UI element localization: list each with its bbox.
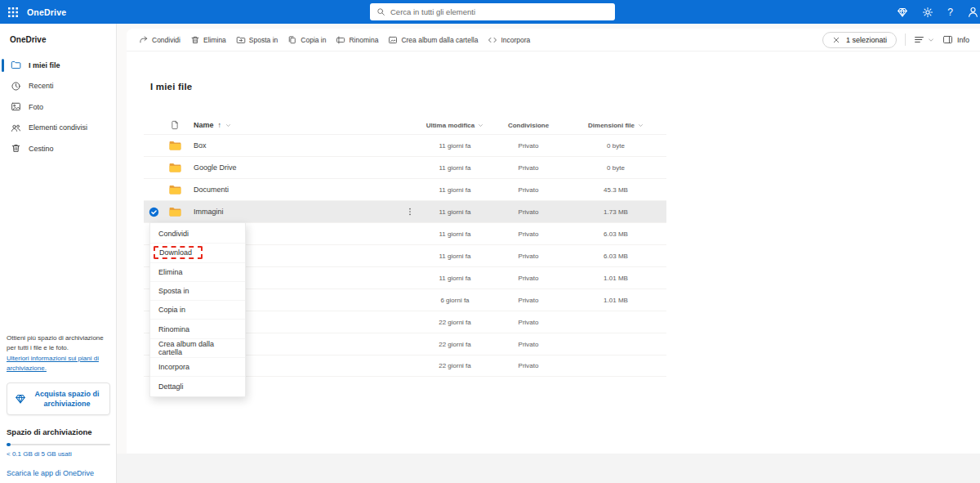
file-modified: 11 giorni fa bbox=[418, 164, 492, 172]
search-box[interactable] bbox=[370, 3, 615, 20]
file-size: 1.73 MB bbox=[565, 208, 666, 216]
selection-count: 1 selezionati bbox=[846, 36, 887, 44]
context-menu-item-crea-album-dalla-cartella[interactable]: Crea album dalla cartella bbox=[150, 338, 245, 357]
context-menu-item-label: Incorpora bbox=[158, 363, 189, 371]
file-sharing: Privato bbox=[492, 362, 565, 369]
selected-check-icon[interactable] bbox=[149, 141, 159, 151]
sidebar-item-cestino[interactable]: Cestino bbox=[0, 138, 116, 159]
more-actions-icon[interactable] bbox=[405, 361, 415, 371]
column-header-modified[interactable]: Ultima modifica bbox=[418, 122, 492, 129]
close-icon[interactable] bbox=[832, 36, 840, 44]
context-menu-item-label: Rinomina bbox=[158, 325, 189, 333]
column-header-name[interactable]: Name ↑ bbox=[186, 121, 402, 129]
file-modified: 11 giorni fa bbox=[418, 142, 492, 150]
context-menu-item-label: Dettagli bbox=[158, 382, 184, 391]
table-row-box[interactable]: Box 11 giorni fa Privato 0 byte bbox=[144, 134, 666, 156]
file-sharing: Privato bbox=[492, 142, 565, 150]
table-row-documenti[interactable]: Documenti 11 giorni fa Privato 45.3 MB bbox=[144, 178, 666, 200]
file-size: 0 byte bbox=[565, 142, 666, 150]
trash-icon bbox=[190, 35, 200, 45]
file-sharing: Privato bbox=[492, 341, 565, 348]
storage-plans-link[interactable]: Ulteriori informazioni sui piani di arch… bbox=[7, 354, 110, 373]
crea-album-dalla-cartella-button[interactable]: Crea album dalla cartella bbox=[388, 35, 478, 45]
elimina-button[interactable]: Elimina bbox=[190, 35, 226, 45]
sidebar-item-i-miei-file[interactable]: I miei file bbox=[0, 55, 116, 76]
context-menu-item-label: Sposta in bbox=[158, 287, 189, 295]
share-icon bbox=[139, 35, 149, 45]
premium-diamond-icon bbox=[15, 393, 26, 405]
embed-icon bbox=[488, 35, 497, 45]
selected-check-icon[interactable] bbox=[149, 163, 159, 173]
premium-diamond-icon[interactable] bbox=[897, 7, 908, 18]
search-input[interactable] bbox=[390, 7, 608, 16]
incorpora-button[interactable]: Incorpora bbox=[488, 35, 530, 45]
context-menu-item-label: Crea album dalla cartella bbox=[158, 340, 238, 356]
sidebar-item-label: Recenti bbox=[29, 82, 54, 90]
sidebar-header: OneDrive bbox=[0, 35, 116, 44]
column-label-size: Dimensioni file bbox=[588, 122, 635, 129]
sidebar-nav: I miei file Recenti Foto Elementi condiv… bbox=[0, 55, 116, 159]
more-actions-icon[interactable] bbox=[405, 317, 415, 327]
buy-storage-button[interactable]: Acquista spazio di archiviazione bbox=[7, 382, 110, 415]
more-actions-icon[interactable] bbox=[405, 163, 415, 172]
context-menu-item-download[interactable]: Download bbox=[150, 243, 245, 262]
help-icon[interactable]: ? bbox=[947, 7, 953, 17]
condividi-button[interactable]: Condividi bbox=[139, 35, 180, 45]
info-button[interactable]: Info bbox=[942, 34, 969, 45]
copia-in-button[interactable]: Copia in bbox=[287, 35, 326, 45]
file-sharing: Privato bbox=[492, 230, 565, 238]
sidebar-item-label: Cestino bbox=[29, 145, 54, 153]
selected-check-icon[interactable] bbox=[149, 185, 159, 195]
trash-icon bbox=[11, 143, 21, 154]
column-header-size[interactable]: Dimensioni file bbox=[565, 122, 666, 129]
context-menu-item-label: Copia in bbox=[158, 306, 185, 314]
storage-usage-link[interactable]: < 0.1 GB di 5 GB usati bbox=[7, 450, 110, 458]
context-menu-item-rinomina[interactable]: Rinomina bbox=[150, 319, 245, 338]
context-menu-item-elimina[interactable]: Elimina bbox=[150, 262, 245, 281]
account-icon[interactable] bbox=[967, 6, 979, 18]
view-options-button[interactable] bbox=[914, 34, 934, 45]
selected-check-icon[interactable] bbox=[149, 207, 159, 217]
file-sharing: Privato bbox=[492, 208, 565, 216]
file-sharing: Privato bbox=[492, 297, 565, 304]
sidebar-item-elementi-condivisi[interactable]: Elementi condivisi bbox=[0, 118, 116, 139]
more-actions-icon[interactable] bbox=[405, 251, 415, 261]
chevron-down-icon bbox=[225, 123, 231, 128]
context-menu-item-incorpora[interactable]: Incorpora bbox=[150, 357, 245, 376]
table-row-immagini[interactable]: Immagini 11 giorni fa Privato 1.73 MB bbox=[144, 200, 666, 222]
file-size: 6.03 MB bbox=[565, 253, 666, 260]
column-header-sharing[interactable]: Condivisione bbox=[492, 122, 565, 129]
clock-icon bbox=[11, 81, 21, 92]
context-menu-item-label: Condividi bbox=[158, 230, 189, 238]
sidebar-item-recenti[interactable]: Recenti bbox=[0, 76, 116, 97]
selection-pill[interactable]: 1 selezionati bbox=[822, 32, 897, 48]
file-size: 1.01 MB bbox=[565, 297, 666, 304]
file-sharing: Privato bbox=[492, 319, 565, 326]
sposta-in-button[interactable]: Sposta in bbox=[236, 35, 278, 45]
app-launcher-icon[interactable] bbox=[7, 7, 19, 18]
file-size: 6.03 MB bbox=[565, 230, 666, 238]
storage-progress-fill bbox=[7, 443, 11, 446]
download-apps-link[interactable]: Scarica le app di OneDrive bbox=[7, 469, 110, 477]
sidebar-item-foto[interactable]: Foto bbox=[0, 96, 116, 118]
more-actions-icon[interactable] bbox=[405, 229, 415, 239]
context-menu-item-dettagli[interactable]: Dettagli bbox=[150, 376, 245, 395]
settings-gear-icon[interactable] bbox=[922, 7, 933, 18]
more-actions-icon[interactable] bbox=[405, 207, 415, 217]
more-actions-icon[interactable] bbox=[405, 141, 415, 150]
context-menu-item-sposta-in[interactable]: Sposta in bbox=[150, 281, 245, 300]
toolbar-divider bbox=[905, 34, 906, 46]
table-row-google-drive[interactable]: Google Drive 11 giorni fa Privato 0 byte bbox=[144, 156, 666, 178]
folder-icon bbox=[11, 60, 21, 70]
column-label-sharing: Condivisione bbox=[508, 122, 549, 129]
rinomina-button[interactable]: Rinomina bbox=[336, 35, 378, 45]
more-actions-icon[interactable] bbox=[405, 185, 415, 195]
buy-storage-label: Acquista spazio di archiviazione bbox=[32, 389, 102, 409]
storage-header: Spazio di archiviazione bbox=[7, 427, 110, 436]
more-actions-icon[interactable] bbox=[405, 295, 415, 305]
context-menu-item-condividi[interactable]: Condividi bbox=[150, 224, 245, 243]
file-modified: 11 giorni fa bbox=[418, 275, 492, 282]
more-actions-icon[interactable] bbox=[405, 273, 415, 283]
context-menu-item-copia-in[interactable]: Copia in bbox=[150, 300, 245, 319]
more-actions-icon[interactable] bbox=[405, 339, 415, 349]
